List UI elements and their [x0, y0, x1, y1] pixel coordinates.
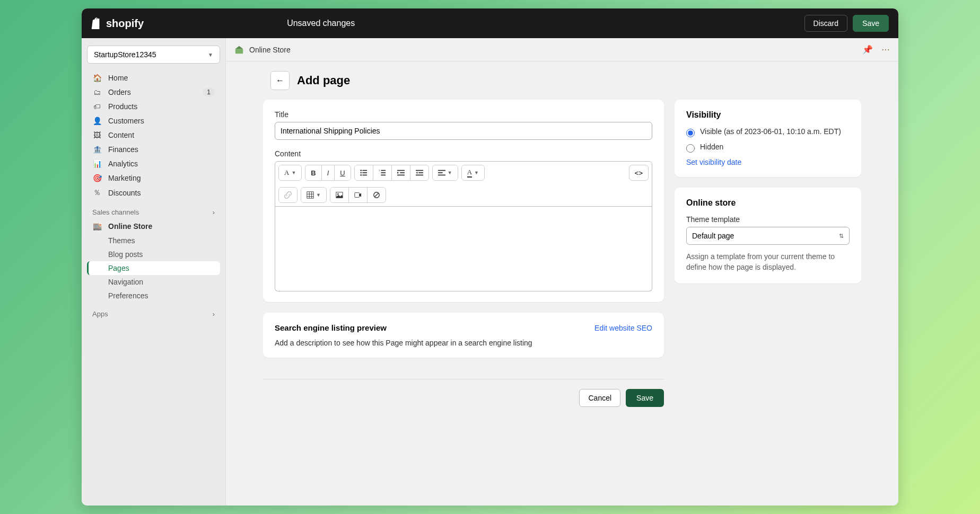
svg-rect-4 [362, 172, 367, 173]
customers-icon: 👤 [92, 117, 102, 125]
svg-rect-20 [307, 192, 313, 198]
nav-themes[interactable]: Themes [87, 234, 220, 247]
nav-content[interactable]: 🖼Content [87, 128, 220, 142]
code-view-button[interactable]: <> [629, 165, 649, 181]
font-format-button[interactable]: A▼ [279, 165, 301, 180]
svg-rect-7 [381, 170, 386, 171]
text-color-button[interactable]: A▼ [462, 165, 484, 180]
analytics-icon: 📊 [92, 159, 102, 168]
seo-description: Add a description to see how this Page m… [275, 339, 652, 347]
nav-online-store[interactable]: 🏬Online Store [87, 219, 220, 233]
table-button[interactable]: ▼ [301, 188, 326, 202]
save-button[interactable]: Save [626, 389, 664, 407]
theme-template-select[interactable]: Default page ⇅ [686, 227, 850, 245]
store-selector[interactable]: StartupStore12345 ▼ [87, 46, 220, 64]
theme-template-label: Theme template [686, 215, 850, 224]
store-icon: 🏬 [92, 222, 102, 231]
page-form-card: Title Content A▼ B I U [263, 100, 664, 302]
video-button[interactable] [349, 188, 368, 202]
svg-rect-15 [418, 172, 423, 173]
svg-rect-17 [438, 170, 445, 171]
nav-marketing[interactable]: 🎯Marketing [87, 171, 220, 185]
cancel-button[interactable]: Cancel [579, 389, 620, 407]
breadcrumb-label[interactable]: Online Store [249, 46, 291, 54]
number-list-button[interactable]: 1 [373, 165, 392, 180]
page-title: Add page [297, 74, 350, 87]
indent-button[interactable] [410, 165, 428, 180]
svg-rect-2 [362, 170, 367, 171]
sidebar: StartupStore12345 ▼ 🏠Home 🗂Orders1 🏷Prod… [82, 38, 226, 506]
chevron-down-icon: ▼ [208, 52, 213, 58]
orders-badge: 1 [203, 88, 215, 96]
svg-rect-27 [355, 193, 360, 198]
svg-rect-9 [381, 175, 386, 176]
discard-button[interactable]: Discard [804, 15, 847, 32]
svg-rect-19 [438, 175, 445, 176]
nav-pages[interactable]: Pages [87, 261, 220, 275]
theme-help-text: Assign a template from your current them… [686, 251, 850, 273]
products-icon: 🏷 [92, 102, 102, 111]
visibility-hidden-radio[interactable] [686, 144, 695, 153]
footer-actions: Cancel Save [263, 379, 664, 407]
nav-orders[interactable]: 🗂Orders1 [87, 85, 220, 99]
visibility-hidden-label: Hidden [700, 143, 723, 151]
visibility-hidden-row[interactable]: Hidden [686, 143, 850, 153]
content-editor[interactable] [275, 207, 652, 291]
marketing-icon: 🎯 [92, 174, 102, 182]
topbar: shopify Unsaved changes Discard Save [82, 8, 898, 38]
content-label: Content [275, 149, 652, 158]
nav-blog-posts[interactable]: Blog posts [87, 247, 220, 261]
bullet-list-button[interactable] [355, 165, 373, 180]
visibility-visible-radio[interactable] [686, 129, 695, 137]
nav-customers[interactable]: 👤Customers [87, 114, 220, 128]
store-name: StartupStore12345 [94, 50, 156, 59]
discounts-icon: ％ [92, 188, 102, 198]
content-icon: 🖼 [92, 131, 102, 139]
orders-icon: 🗂 [92, 88, 102, 96]
clear-format-button[interactable] [368, 188, 386, 202]
align-button[interactable]: ▼ [433, 165, 458, 180]
section-apps: Apps › [87, 303, 220, 321]
svg-point-1 [360, 170, 362, 171]
chevron-right-icon[interactable]: › [213, 208, 215, 216]
theme-template-value: Default page [692, 232, 734, 240]
visibility-heading: Visibility [686, 110, 850, 120]
underline-button[interactable]: U [335, 165, 350, 180]
image-button[interactable] [330, 188, 349, 202]
nav-navigation[interactable]: Navigation [87, 275, 220, 289]
nav-analytics[interactable]: 📊Analytics [87, 157, 220, 171]
chevron-right-icon[interactable]: › [213, 310, 215, 318]
online-store-heading: Online store [686, 198, 850, 208]
title-label: Title [275, 110, 652, 119]
link-button[interactable] [279, 188, 297, 202]
breadcrumb-bar: Online Store 📌 ⋯ [226, 38, 898, 61]
svg-rect-12 [400, 172, 405, 173]
home-icon: 🏠 [92, 74, 102, 82]
edit-seo-link[interactable]: Edit website SEO [594, 324, 652, 332]
visibility-visible-row[interactable]: Visible (as of 2023-06-01, 10:10 a.m. ED… [686, 127, 850, 137]
arrow-left-icon: ← [276, 76, 284, 85]
outdent-button[interactable] [392, 165, 410, 180]
svg-rect-8 [381, 172, 386, 173]
svg-rect-13 [397, 175, 405, 176]
nav-discounts[interactable]: ％Discounts [87, 185, 220, 200]
title-input[interactable] [275, 122, 652, 140]
more-icon[interactable]: ⋯ [881, 45, 890, 55]
visibility-card: Visibility Visible (as of 2023-06-01, 10… [675, 100, 861, 177]
set-visibility-date-link[interactable]: Set visibility date [686, 158, 850, 166]
svg-point-26 [337, 193, 339, 195]
pin-icon[interactable]: 📌 [862, 45, 873, 55]
svg-rect-16 [416, 175, 423, 176]
finances-icon: 🏦 [92, 145, 102, 154]
nav-finances[interactable]: 🏦Finances [87, 143, 220, 156]
nav-preferences[interactable]: Preferences [87, 289, 220, 303]
bold-button[interactable]: B [305, 165, 321, 180]
nav-home[interactable]: 🏠Home [87, 71, 220, 85]
svg-rect-11 [397, 170, 405, 171]
italic-button[interactable]: I [322, 165, 335, 180]
nav-products[interactable]: 🏷Products [87, 100, 220, 113]
brand-text: shopify [106, 17, 144, 30]
svg-text:1: 1 [379, 169, 380, 172]
save-button-top[interactable]: Save [853, 15, 889, 32]
back-button[interactable]: ← [270, 71, 290, 90]
